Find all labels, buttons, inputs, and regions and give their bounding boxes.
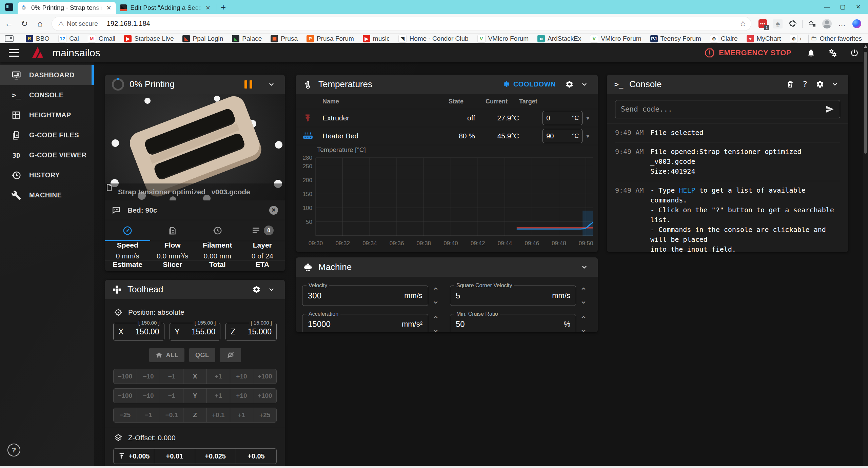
sidebar-item-history[interactable]: HISTORY	[0, 165, 94, 185]
axis-input-y[interactable]: [ 155.00 ]Y155.00	[170, 323, 221, 340]
qgl-button[interactable]: QGL	[189, 348, 215, 362]
reload-icon[interactable]: ↻	[18, 17, 31, 31]
move-button[interactable]: +1	[207, 389, 230, 403]
sidebar-item-machine[interactable]: MACHINE	[0, 185, 94, 205]
z-offset-up-button[interactable]: +0.005	[114, 449, 154, 464]
send-icon[interactable]	[825, 104, 834, 114]
motors-off-button[interactable]	[220, 348, 241, 362]
move-button[interactable]: +25	[253, 408, 276, 422]
machine-input[interactable]: Acceleration15000mm/s²	[302, 314, 428, 332]
bookmarks-overflow-icon[interactable]: ›	[800, 35, 802, 42]
target-dropdown-icon[interactable]: ▼	[585, 115, 590, 121]
emergency-stop-button[interactable]: EMERGENCY STOP	[705, 48, 791, 58]
scrollbar-thumb[interactable]	[864, 52, 867, 154]
address-bar[interactable]: ⚠ Not secure 192.168.1.184 ☆	[52, 17, 751, 31]
machine-input[interactable]: Square Corner Velocity5mm/s	[450, 286, 576, 306]
collapse-chevron-icon[interactable]	[264, 282, 279, 297]
back-icon[interactable]: ←	[2, 17, 16, 31]
machine-input[interactable]: Min. Cruise Ratio50%	[450, 314, 576, 332]
extensions-puzzle-icon[interactable]	[786, 17, 799, 30]
temperatures-settings-gear-icon[interactable]	[562, 77, 577, 92]
tab-close-icon[interactable]: ✕	[105, 4, 113, 12]
help-fab-button[interactable]: ?	[7, 444, 20, 456]
collapse-chevron-icon[interactable]	[264, 77, 279, 92]
bookmark-item[interactable]: ◥Home - Condor Club	[398, 35, 468, 43]
z-offset-up-button[interactable]: +0.025	[195, 449, 236, 464]
tab-history[interactable]	[195, 220, 240, 241]
stepper-up-icon[interactable]: ⌃	[580, 289, 587, 293]
bookmark-item[interactable]: PPrusa Forum	[307, 35, 354, 42]
axis-input-z[interactable]: [ 15.000 ]Z15.000	[225, 323, 277, 340]
bookmark-item[interactable]: VVMicro Forum	[590, 35, 641, 43]
move-button[interactable]: −10	[137, 389, 160, 403]
cooldown-button[interactable]: ❄ COOLDOWN	[504, 80, 556, 89]
dismiss-message-icon[interactable]: ✕	[269, 206, 278, 215]
notifications-bell-icon[interactable]	[804, 45, 818, 60]
bookmark-item[interactable]: ◣Ppal Login	[182, 35, 223, 42]
stepper-down-icon[interactable]: ⌄	[580, 298, 587, 303]
copilot-icon[interactable]	[850, 17, 863, 30]
sidebar-item-g-code-viewer[interactable]: 3DG-CODE VIEWER	[0, 145, 94, 165]
move-button[interactable]: +1	[230, 408, 254, 422]
move-button[interactable]: −1	[160, 389, 183, 403]
browser-menu-icon[interactable]: …	[835, 17, 848, 30]
bookmark-item[interactable]: 12Cal	[58, 35, 79, 43]
bookmark-item[interactable]: ▶Starbase Live	[124, 35, 174, 42]
stepper-up-icon[interactable]: ⌃	[432, 317, 439, 322]
sidebar-item-g-code-files[interactable]: G-CODE FILES	[0, 125, 94, 145]
move-button[interactable]: −1	[137, 408, 160, 422]
interface-settings-gears-icon[interactable]	[825, 45, 840, 60]
favorite-star-icon[interactable]: ☆	[739, 19, 746, 28]
bookmark-item[interactable]: ▶music	[363, 35, 390, 42]
maximize-button[interactable]: ▢	[835, 0, 850, 14]
bookmark-item[interactable]: ◣Palace	[232, 35, 262, 42]
sidebar-item-console[interactable]: >_CONSOLE	[0, 85, 94, 105]
heater-target-input[interactable]: 90°C	[542, 129, 583, 143]
z-offset-up-button[interactable]: +0.01	[154, 449, 195, 464]
collections-icon[interactable]	[806, 17, 818, 30]
tab-close-icon[interactable]: ✕	[204, 4, 212, 12]
password-manager-extension-icon[interactable]: ••• 1	[756, 17, 769, 30]
move-button[interactable]: −100	[114, 389, 137, 403]
profile-avatar[interactable]	[821, 17, 833, 30]
move-button[interactable]: +100	[253, 369, 276, 384]
move-button[interactable]: −0.1	[160, 408, 183, 422]
stepper-down-icon[interactable]: ⌄	[432, 327, 439, 331]
bookmark-item[interactable]: ♥MyChart	[747, 35, 781, 42]
tab-layers[interactable]: 0	[240, 220, 285, 241]
move-button[interactable]: −100	[114, 369, 137, 384]
toolhead-settings-gear-icon[interactable]	[249, 282, 264, 297]
sidebar-pane-icon[interactable]	[5, 35, 14, 42]
axis-input-x[interactable]: [ 150.00 ]X150.00	[113, 323, 164, 340]
move-button[interactable]: +1	[207, 369, 230, 384]
command-help-icon[interactable]: ?	[797, 77, 812, 92]
move-button[interactable]: −1	[160, 369, 183, 384]
page-scrollbar[interactable]	[863, 43, 868, 468]
bookmark-item[interactable]: MGmail	[88, 35, 116, 43]
home-all-button[interactable]: ALL	[149, 348, 185, 362]
target-dropdown-icon[interactable]: ▼	[585, 133, 590, 139]
sidebar-item-heightmap[interactable]: HEIGHTMAP	[0, 105, 94, 125]
bookmark-item[interactable]: PJTeensy Forum	[650, 35, 701, 42]
stepper-down-icon[interactable]: ⌄	[432, 298, 439, 303]
tab-file-info[interactable]	[150, 220, 195, 241]
pause-print-icon[interactable]	[244, 80, 252, 89]
bookmark-item[interactable]: ⊕Every SpaceX Launc...	[790, 35, 799, 43]
close-button[interactable]: ✕	[850, 0, 866, 14]
z-offset-up-button[interactable]: +0.05	[236, 449, 276, 464]
scroll-up-icon[interactable]	[864, 45, 867, 48]
spade-extension-icon[interactable]: ♠	[771, 17, 784, 30]
bookmark-item[interactable]: ∞ArdStackEx	[537, 35, 581, 42]
tab-actions-button[interactable]	[3, 2, 15, 12]
console-input[interactable]: Send code...	[615, 100, 840, 118]
new-tab-button[interactable]: +	[218, 2, 229, 12]
tab-speed-stats[interactable]	[105, 220, 150, 241]
bookmark-item[interactable]: ▣Prusa	[271, 35, 298, 42]
bookmark-item[interactable]: ⊕Claire	[710, 35, 738, 43]
move-button[interactable]: −10	[137, 369, 160, 384]
other-favorites-label[interactable]: Other favorites	[820, 35, 862, 42]
heater-target-input[interactable]: 0°C	[542, 111, 583, 125]
collapse-chevron-icon[interactable]	[827, 77, 842, 92]
bookmark-item[interactable]: VVMicro Forum	[477, 35, 529, 43]
collapse-chevron-icon[interactable]	[577, 260, 592, 275]
